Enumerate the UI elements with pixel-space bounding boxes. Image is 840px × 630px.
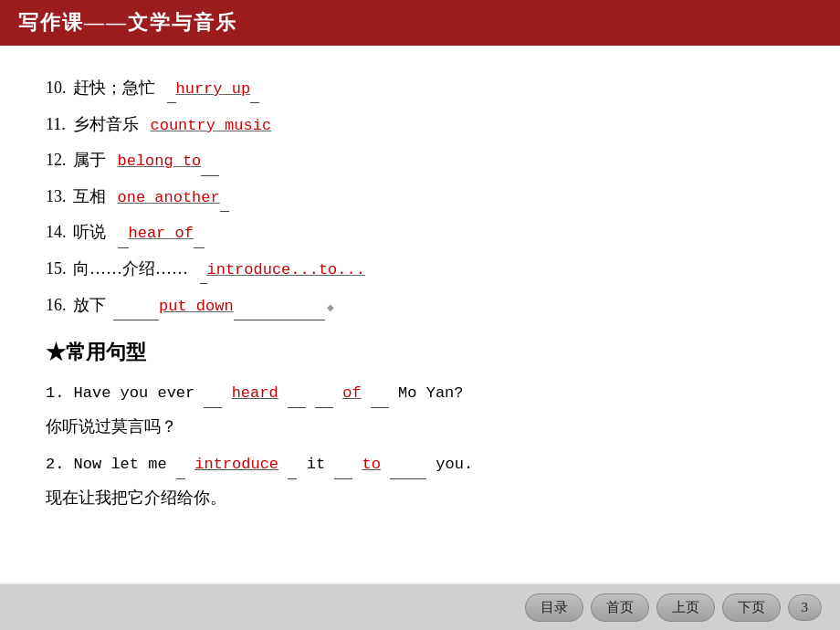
vocab-item-14: 14. 听说 hear of <box>46 217 794 248</box>
main-content: 10. 赶快；急忙 hurry up 11. 乡村音乐 country musi… <box>0 46 840 583</box>
item-answer-14: hear of <box>129 220 194 248</box>
page-header: 写作课——文学与音乐 <box>0 0 840 46</box>
item-num-12: 12. <box>46 145 73 174</box>
footer: 目录 首页 上页 下页 3 <box>0 584 840 630</box>
s1-blank1: heard <box>232 384 278 402</box>
s1-suffix: Mo Yan? <box>398 384 463 402</box>
vocab-item-11: 11. 乡村音乐 country music <box>46 110 794 141</box>
s1-of: of <box>342 384 361 402</box>
item-cn-14: 听说 <box>73 217 110 247</box>
item-answer-10: hurry up <box>176 76 251 104</box>
dot-16: ◆ <box>327 299 334 316</box>
s2-prefix: Now let me <box>74 456 167 473</box>
s2-blank2: to <box>362 456 381 473</box>
vocab-list: 10. 赶快；急忙 hurry up 11. 乡村音乐 country musi… <box>46 73 794 320</box>
item-cn-11: 乡村音乐 <box>73 110 143 139</box>
item-answer-13: one another <box>118 184 220 213</box>
s1-num: 1. <box>46 384 64 402</box>
item-answer-16: put down <box>159 293 234 321</box>
item-cn-13: 互相 <box>73 182 110 211</box>
s1-cn: 你听说过莫言吗？ <box>46 412 794 441</box>
btn-next[interactable]: 下页 <box>722 593 781 622</box>
sentence-section: 1. Have you ever heard of Mo Yan? 你听说过莫言… <box>46 380 794 513</box>
btn-prev[interactable]: 上页 <box>656 593 715 622</box>
item-num-16: 16. <box>46 290 73 320</box>
item-answer-12: belong to <box>118 148 202 176</box>
item-cn-15: 向……介绍…… <box>73 254 193 283</box>
header-title: 写作课——文学与音乐 <box>18 11 237 34</box>
item-num-10: 10. <box>46 73 73 102</box>
s2-cn: 现在让我把它介绍给你。 <box>46 483 794 512</box>
btn-home[interactable]: 首页 <box>591 593 649 622</box>
page-number: 3 <box>788 594 823 621</box>
item-cn-12: 属于 <box>73 145 110 174</box>
sentence-1: 1. Have you ever heard of Mo Yan? <box>46 380 794 409</box>
item-num-13: 13. <box>46 182 73 211</box>
s2-blank1: introduce <box>194 456 278 473</box>
item-cn-16: 放下 <box>73 290 106 320</box>
item-answer-15: introduce...to... <box>207 257 365 285</box>
vocab-item-12: 12. 属于 belong to <box>46 145 794 176</box>
item-answer-11: country music <box>151 112 272 141</box>
section-title: ★常用句型 <box>46 334 794 371</box>
s2-it: it <box>307 456 325 473</box>
item-num-15: 15. <box>46 254 73 283</box>
s1-prefix: Have you ever <box>74 384 195 402</box>
item-num-14: 14. <box>46 217 73 247</box>
blank-pre-10 <box>167 73 176 103</box>
sentence-2: 2. Now let me introduce it to you. <box>46 451 794 480</box>
blank-post-10 <box>250 73 259 103</box>
s2-suffix: you. <box>436 456 473 473</box>
vocab-item-10: 10. 赶快；急忙 hurry up <box>46 73 794 104</box>
item-cn-10: 赶快；急忙 <box>73 73 160 102</box>
vocab-item-16: 16. 放下 put down ◆ <box>46 290 794 321</box>
s2-num: 2. <box>46 456 64 473</box>
vocab-item-15: 15. 向……介绍…… introduce...to... <box>46 254 794 285</box>
item-num-11: 11. <box>46 110 73 139</box>
vocab-item-13: 13. 互相 one another <box>46 182 794 213</box>
btn-contents[interactable]: 目录 <box>525 593 583 622</box>
